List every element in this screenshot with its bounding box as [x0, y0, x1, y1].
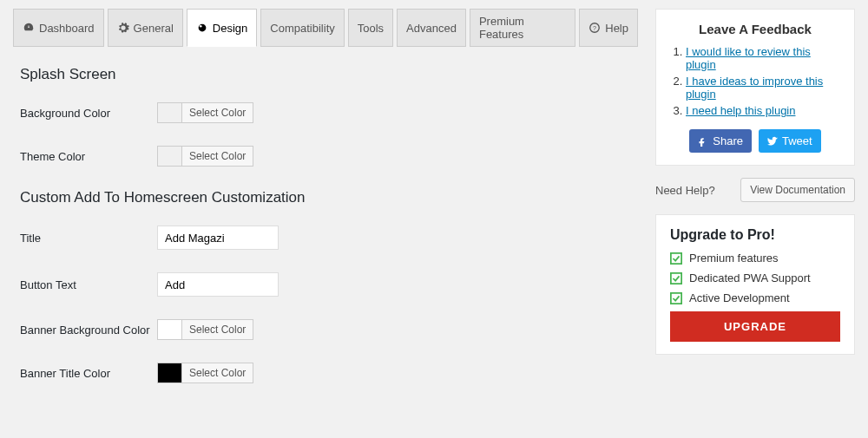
- svg-rect-6: [671, 292, 681, 303]
- tab-general[interactable]: General: [108, 9, 183, 47]
- view-documentation-button[interactable]: View Documentation: [740, 178, 855, 202]
- color-button-label: Select Color: [182, 367, 253, 379]
- pro-title: Upgrade to Pro!: [670, 227, 840, 243]
- pro-item-label: Dedicated PWA Support: [689, 271, 811, 284]
- tab-premium[interactable]: Premium Features: [470, 9, 575, 47]
- field-label: Banner Background Color: [20, 324, 157, 337]
- feedback-link-help[interactable]: I need help this plugin: [686, 104, 795, 117]
- field-label: Background Color: [20, 107, 157, 120]
- field-button-text: Button Text: [20, 272, 638, 297]
- pro-item: Dedicated PWA Support: [670, 271, 840, 284]
- pro-item: Premium features: [670, 252, 840, 265]
- color-button-label: Select Color: [182, 324, 253, 336]
- theme-color-picker[interactable]: Select Color: [157, 146, 253, 167]
- dashboard-icon: [23, 22, 35, 34]
- svg-text:?: ?: [593, 25, 596, 31]
- tab-dashboard[interactable]: Dashboard: [13, 9, 104, 47]
- section-title-homescreen: Custom Add To Homescreen Customization: [20, 189, 638, 206]
- banner-bg-color-picker[interactable]: Select Color: [157, 319, 253, 340]
- pro-item: Active Development: [670, 291, 840, 304]
- tab-label: Help: [605, 22, 628, 35]
- color-swatch: [158, 363, 182, 382]
- svg-point-0: [198, 24, 206, 32]
- tab-label: Advanced: [406, 22, 457, 35]
- feedback-link-ideas[interactable]: I have ideas to improve this plugin: [686, 75, 823, 101]
- tab-label: Premium Features: [479, 15, 566, 41]
- banner-title-color-picker[interactable]: Select Color: [157, 363, 253, 383]
- field-label: Title: [20, 232, 157, 245]
- svg-rect-5: [671, 272, 681, 283]
- field-label: Theme Color: [20, 150, 157, 163]
- gear-icon: [117, 22, 129, 34]
- paint-icon: [196, 22, 208, 34]
- tab-label: General: [134, 22, 174, 35]
- feedback-box: Leave A Feedback I would like to review …: [655, 9, 855, 166]
- svg-rect-4: [671, 252, 681, 263]
- title-input[interactable]: [157, 226, 279, 250]
- tab-design[interactable]: Design: [187, 9, 257, 47]
- help-row: Need Help? View Documentation: [655, 178, 855, 202]
- check-icon: [670, 272, 682, 284]
- share-facebook-button[interactable]: Share: [689, 129, 752, 153]
- field-background-color: Background Color Select Color: [20, 102, 638, 123]
- tab-label: Dashboard: [39, 22, 95, 35]
- facebook-icon: [698, 136, 708, 147]
- section-title-splash: Splash Screen: [20, 66, 638, 83]
- field-label: Button Text: [20, 278, 157, 291]
- field-label: Banner Title Color: [20, 367, 157, 380]
- tab-label: Tools: [358, 22, 384, 35]
- button-text-input[interactable]: [157, 272, 279, 297]
- tab-help[interactable]: ? Help: [579, 9, 638, 47]
- feedback-title: Leave A Feedback: [670, 22, 840, 36]
- tab-label: Compatibility: [270, 22, 334, 35]
- help-icon: ?: [589, 22, 601, 34]
- need-help-text: Need Help?: [655, 184, 715, 197]
- background-color-picker[interactable]: Select Color: [157, 102, 253, 123]
- share-twitter-button[interactable]: Tweet: [759, 129, 821, 153]
- color-button-label: Select Color: [182, 150, 253, 162]
- svg-point-1: [200, 25, 202, 28]
- color-swatch: [158, 103, 182, 122]
- tab-tools[interactable]: Tools: [348, 9, 393, 47]
- tab-compatibility[interactable]: Compatibility: [260, 9, 344, 47]
- tabs: Dashboard General Design Compatibility T…: [13, 9, 638, 47]
- field-banner-title-color: Banner Title Color Select Color: [20, 363, 638, 383]
- tweet-label: Tweet: [782, 134, 812, 147]
- tab-advanced[interactable]: Advanced: [397, 9, 466, 47]
- feedback-link-review[interactable]: I would like to review this plugin: [686, 45, 811, 71]
- twitter-icon: [767, 136, 778, 147]
- upgrade-button[interactable]: UPGRADE: [670, 311, 840, 342]
- tab-label: Design: [213, 22, 247, 35]
- field-theme-color: Theme Color Select Color: [20, 146, 638, 167]
- pro-box: Upgrade to Pro! Premium features Dedicat…: [655, 214, 855, 355]
- field-title: Title: [20, 226, 638, 250]
- pro-item-label: Premium features: [689, 252, 779, 265]
- check-icon: [670, 292, 682, 304]
- color-swatch: [158, 320, 182, 339]
- check-icon: [670, 252, 682, 265]
- field-banner-bg-color: Banner Background Color Select Color: [20, 319, 638, 340]
- pro-item-label: Active Development: [689, 291, 790, 304]
- share-label: Share: [713, 134, 743, 147]
- color-swatch: [158, 147, 182, 166]
- color-button-label: Select Color: [182, 107, 253, 119]
